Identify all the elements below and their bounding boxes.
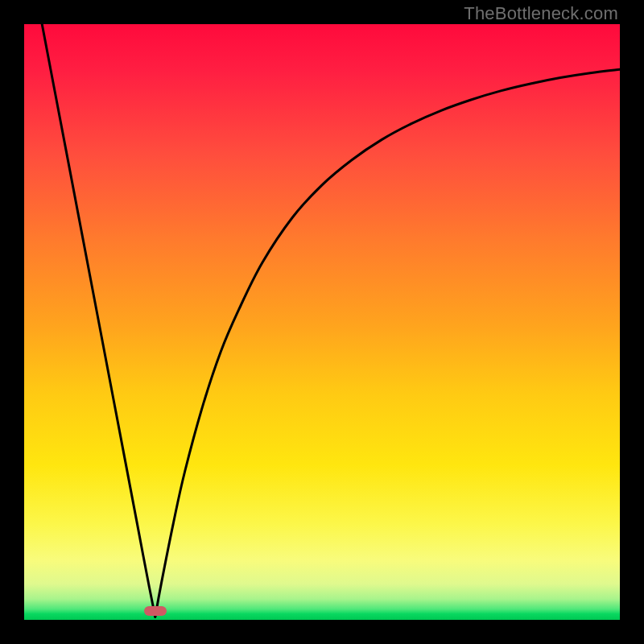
curve-left-arm bbox=[42, 24, 155, 617]
bottleneck-marker bbox=[144, 606, 167, 616]
chart-frame: TheBottleneck.com bbox=[0, 0, 644, 644]
curve-layer bbox=[24, 24, 620, 620]
plot-area bbox=[24, 24, 620, 620]
watermark-text: TheBottleneck.com bbox=[464, 3, 618, 24]
curve-right-arm bbox=[155, 69, 620, 617]
